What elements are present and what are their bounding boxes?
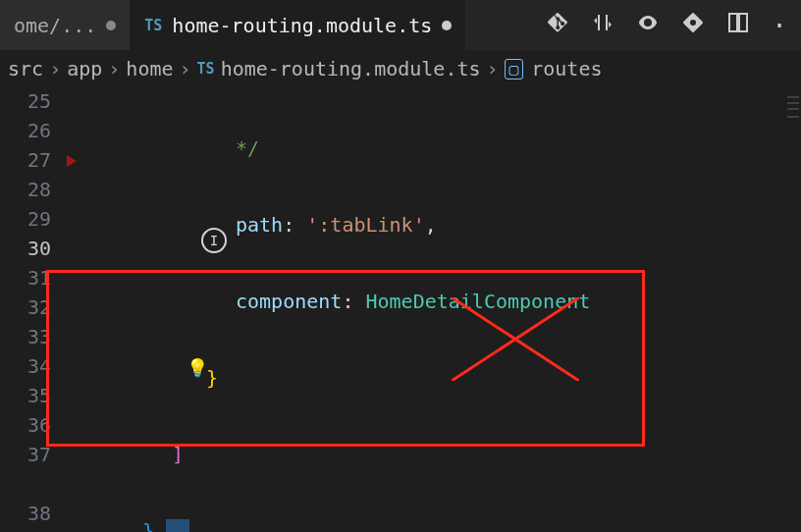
code-line: path: ':tabLink', bbox=[69, 210, 801, 239]
code-line: */ bbox=[69, 133, 801, 163]
line-number: 37 bbox=[0, 440, 51, 469]
eye-icon[interactable] bbox=[636, 11, 660, 39]
line-number: 31 bbox=[0, 263, 51, 293]
chevron-right-icon: › bbox=[180, 57, 191, 80]
line-number: 33 bbox=[0, 322, 51, 351]
line-number: 32 bbox=[0, 293, 51, 322]
dirty-indicator-icon bbox=[106, 21, 116, 30]
code-editor[interactable]: 25 26 27 28 29 30 31 32 33 34 35 36 37 3… bbox=[0, 86, 801, 532]
line-number: 30 bbox=[0, 234, 51, 263]
dirty-indicator-icon bbox=[442, 21, 452, 30]
merge-icon[interactable] bbox=[681, 11, 705, 39]
breadcrumb-item[interactable]: src bbox=[8, 57, 43, 80]
line-number: 38 bbox=[0, 499, 51, 528]
line-number bbox=[0, 469, 51, 499]
tab-label: home-routing.module.ts bbox=[172, 14, 432, 37]
chevron-right-icon: › bbox=[108, 57, 120, 80]
minimap[interactable] bbox=[783, 86, 801, 532]
breadcrumb-item[interactable]: home bbox=[126, 57, 173, 80]
chevron-right-icon: › bbox=[487, 57, 499, 80]
line-number: 25 bbox=[0, 86, 51, 116]
code-line: }, bbox=[69, 516, 801, 532]
breadcrumb-file[interactable]: home-routing.module.ts bbox=[221, 57, 481, 80]
line-number-gutter: 25 26 27 28 29 30 31 32 33 34 35 36 37 3… bbox=[0, 86, 69, 532]
breadcrumb-item[interactable]: app bbox=[67, 57, 102, 80]
line-number: 27 bbox=[0, 145, 51, 175]
code-line: } bbox=[69, 363, 801, 393]
line-number: 36 bbox=[0, 410, 51, 440]
red-x-annotation bbox=[452, 297, 579, 381]
code-area[interactable]: */ path: ':tabLink', component: HomeDeta… bbox=[69, 86, 801, 532]
breadcrumb: src› app› home› TS home-routing.module.t… bbox=[0, 51, 801, 86]
line-number: 26 bbox=[0, 116, 51, 145]
tab-active[interactable]: TS home-routing.module.ts bbox=[131, 0, 465, 50]
line-number: 34 bbox=[0, 351, 51, 381]
line-number: 29 bbox=[0, 204, 51, 234]
lightbulb-icon[interactable]: 💡 bbox=[187, 357, 208, 378]
line-number: 28 bbox=[0, 175, 51, 204]
typescript-icon: TS bbox=[144, 17, 162, 34]
editor-tab-bar: ome/... TS home-routing.module.ts · bbox=[0, 0, 801, 51]
chevron-right-icon: › bbox=[49, 57, 61, 80]
editor-actions: · bbox=[546, 11, 801, 39]
breadcrumb-symbol[interactable]: routes bbox=[531, 57, 602, 80]
split-editor-icon[interactable] bbox=[726, 11, 750, 39]
tab-inactive[interactable]: ome/... bbox=[0, 0, 131, 50]
code-line: component: HomeDetailComponent bbox=[69, 287, 801, 316]
typescript-icon: TS bbox=[197, 60, 215, 78]
git-icon[interactable] bbox=[546, 11, 569, 39]
variable-icon: ▢ bbox=[505, 59, 524, 80]
tab-label: ome/... bbox=[14, 14, 96, 37]
code-line: ] bbox=[69, 440, 801, 469]
line-number: 35 bbox=[0, 381, 51, 410]
compare-icon[interactable] bbox=[591, 11, 614, 39]
